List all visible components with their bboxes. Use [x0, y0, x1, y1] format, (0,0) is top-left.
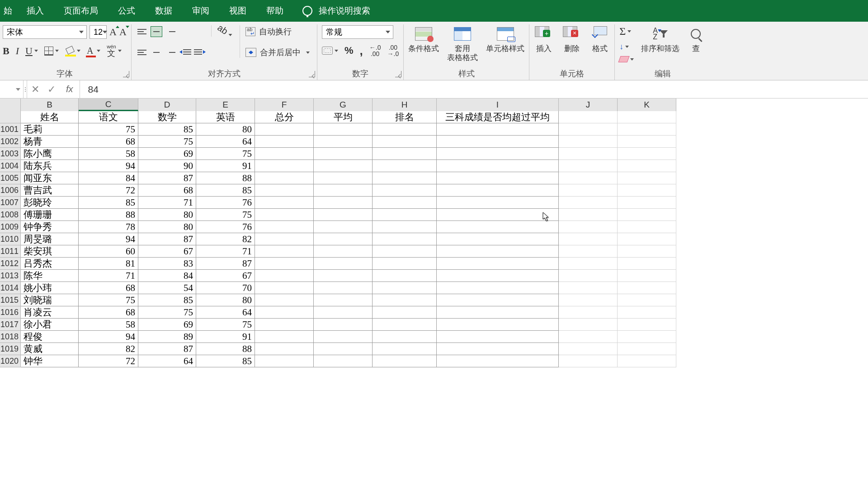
cell-F[interactable] [255, 343, 314, 355]
cell-chinese[interactable]: 58 [79, 148, 138, 160]
comma-button[interactable]: , [360, 48, 363, 53]
cell-name[interactable]: 吕秀杰 [21, 258, 79, 270]
cell-english[interactable]: 76 [196, 221, 255, 233]
cell-J[interactable] [559, 221, 618, 233]
cell-I[interactable] [437, 282, 559, 294]
cell-math[interactable]: 68 [138, 184, 196, 197]
row-number[interactable]: 1020 [0, 355, 21, 367]
cell-G[interactable] [314, 123, 373, 136]
format-as-table-button[interactable]: 套用 表格格式 [447, 25, 478, 63]
cell-H[interactable] [373, 319, 437, 331]
cell-name[interactable]: 陈小鹰 [21, 148, 79, 160]
cell-english[interactable]: 67 [196, 270, 255, 282]
conditional-formatting-button[interactable]: 条件格式 [408, 25, 439, 53]
row-number[interactable]: 1019 [0, 343, 21, 355]
cell-english[interactable]: 88 [196, 172, 255, 184]
cell-H[interactable] [373, 221, 437, 233]
cell-chinese[interactable]: 78 [79, 221, 138, 233]
cell-name[interactable]: 陆东兵 [21, 160, 79, 172]
cell-chinese[interactable]: 85 [79, 197, 138, 209]
cell-math[interactable]: 80 [138, 209, 196, 221]
cell-J[interactable] [559, 197, 618, 209]
cell-F[interactable] [255, 172, 314, 184]
cell-J-header[interactable] [559, 111, 618, 123]
cell-J[interactable] [559, 136, 618, 148]
cell-K[interactable] [618, 319, 676, 331]
cell-name[interactable]: 傅珊珊 [21, 209, 79, 221]
cell-english[interactable]: 75 [196, 209, 255, 221]
cell-I[interactable] [437, 221, 559, 233]
cell-english[interactable]: 75 [196, 319, 255, 331]
cell-math[interactable]: 69 [138, 319, 196, 331]
cell-english[interactable]: 87 [196, 258, 255, 270]
cell-K[interactable] [618, 258, 676, 270]
cell-K[interactable] [618, 172, 676, 184]
font-size-select[interactable]: 12 [90, 25, 107, 39]
tab-home[interactable]: 始 [0, 0, 17, 22]
cell-I[interactable] [437, 197, 559, 209]
formula-input[interactable]: 84 [80, 80, 868, 98]
italic-button[interactable]: I [16, 45, 19, 57]
row-number[interactable]: 1001 [0, 123, 21, 136]
cell-J[interactable] [559, 172, 618, 184]
format-cells-button[interactable]: 格式 [590, 25, 610, 53]
cell-J[interactable] [559, 148, 618, 160]
cell-K[interactable] [618, 148, 676, 160]
cell-chinese[interactable]: 94 [79, 160, 138, 172]
cell-name[interactable]: 程俊 [21, 331, 79, 343]
column-header-B[interactable]: B [21, 99, 79, 111]
decrease-decimal-button[interactable]: .00→.0 [387, 44, 399, 57]
cell-name[interactable]: 钟华 [21, 355, 79, 367]
cell-chinese[interactable]: 72 [79, 184, 138, 197]
cell-F[interactable] [255, 209, 314, 221]
cell-chinese[interactable]: 71 [79, 270, 138, 282]
cell-F[interactable] [255, 258, 314, 270]
header-cell-C[interactable]: 语文 [79, 111, 138, 123]
cell-I[interactable] [437, 123, 559, 136]
cell-K[interactable] [618, 197, 676, 209]
cell-K[interactable] [618, 245, 676, 258]
cell-english[interactable]: 80 [196, 123, 255, 136]
cell-J[interactable] [559, 294, 618, 306]
underline-button[interactable]: U [25, 45, 38, 57]
dialog-launcher[interactable] [123, 71, 129, 77]
cell-H[interactable] [373, 294, 437, 306]
cell-F[interactable] [255, 245, 314, 258]
cell-J[interactable] [559, 355, 618, 367]
cell-H[interactable] [373, 136, 437, 148]
insert-cells-button[interactable]: 插入 [534, 25, 554, 53]
cell-I[interactable] [437, 355, 559, 367]
header-cell-G[interactable]: 平均 [314, 111, 373, 123]
row-number[interactable]: 1007 [0, 197, 21, 209]
cell-math[interactable]: 84 [138, 270, 196, 282]
name-box[interactable] [0, 80, 24, 98]
header-cell-H[interactable]: 排名 [373, 111, 437, 123]
cell-F[interactable] [255, 136, 314, 148]
cell-K[interactable] [618, 331, 676, 343]
column-header-K[interactable]: K [618, 99, 676, 111]
cell-F[interactable] [255, 184, 314, 197]
cell-english[interactable]: 91 [196, 331, 255, 343]
font-name-select[interactable]: 宋体 [3, 25, 87, 39]
cell-I[interactable] [437, 160, 559, 172]
cell-math[interactable]: 80 [138, 221, 196, 233]
cell-J[interactable] [559, 245, 618, 258]
cell-name[interactable]: 曹吉武 [21, 184, 79, 197]
cell-G[interactable] [314, 245, 373, 258]
cell-K[interactable] [618, 343, 676, 355]
cell-H[interactable] [373, 172, 437, 184]
cell-name[interactable]: 钟争秀 [21, 221, 79, 233]
cell-english[interactable]: 85 [196, 355, 255, 367]
cell-chinese[interactable]: 84 [79, 172, 138, 184]
cell-J[interactable] [559, 123, 618, 136]
cell-H[interactable] [373, 209, 437, 221]
cell-K[interactable] [618, 184, 676, 197]
cell-name[interactable]: 肖凌云 [21, 306, 79, 319]
tell-me-search[interactable]: 操作说明搜索 [302, 5, 370, 17]
cell-I[interactable] [437, 258, 559, 270]
row-number[interactable]: 1013 [0, 270, 21, 282]
cell-H[interactable] [373, 245, 437, 258]
cell-H[interactable] [373, 355, 437, 367]
cell-I[interactable] [437, 294, 559, 306]
cell-name[interactable]: 刘晓瑞 [21, 294, 79, 306]
